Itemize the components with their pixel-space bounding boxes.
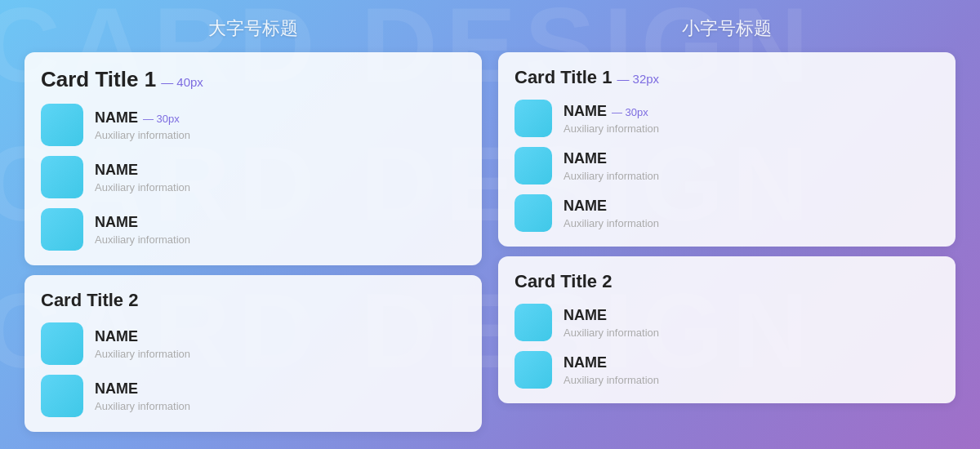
- left-card-2-title-text: Card Title 2: [41, 290, 138, 311]
- avatar-l1-1: [41, 104, 83, 146]
- avatar-l2-2: [41, 375, 83, 417]
- avatar-l1-2: [41, 156, 83, 198]
- item-name-r1-3: NAME: [564, 198, 659, 215]
- right-card-2: Card Title 2 NAME Auxiliary information …: [498, 256, 956, 403]
- item-name-text-r1-3: NAME: [564, 198, 607, 215]
- item-aux-r2-2: Auxiliary information: [564, 374, 659, 386]
- left-card-2-item-2: NAME Auxiliary information: [41, 375, 466, 417]
- item-info-l1-3: NAME Auxiliary information: [95, 214, 190, 246]
- item-info-r2-2: NAME Auxiliary information: [564, 354, 659, 386]
- item-name-r2-1: NAME: [564, 307, 659, 324]
- right-card-1-title: Card Title 1 — 32px: [514, 67, 939, 88]
- avatar-l1-3: [41, 208, 83, 251]
- item-info-l1-1: NAME — 30px Auxiliary information: [95, 109, 190, 141]
- left-card-1-item-3: NAME Auxiliary information: [41, 208, 466, 251]
- item-info-r2-1: NAME Auxiliary information: [564, 307, 659, 339]
- item-name-text-r2-2: NAME: [564, 354, 607, 371]
- avatar-l2-1: [41, 322, 83, 365]
- item-info-r1-1: NAME — 30px Auxiliary information: [564, 103, 659, 135]
- item-aux-r2-1: Auxiliary information: [564, 327, 659, 339]
- avatar-r1-1: [514, 100, 552, 137]
- avatar-r1-3: [514, 194, 552, 232]
- left-card-1-item-1: NAME — 30px Auxiliary information: [41, 104, 466, 146]
- item-name-l1-3: NAME: [95, 214, 190, 231]
- item-aux-l1-3: Auxiliary information: [95, 233, 190, 246]
- item-aux-l1-2: Auxiliary information: [95, 181, 190, 193]
- left-column: 大字号标题 Card Title 1 — 40px NAME — 30px Au…: [24, 16, 482, 433]
- left-card-1-item-2: NAME Auxiliary information: [41, 156, 466, 198]
- right-column-title: 小字号标题: [682, 16, 772, 41]
- right-card-1: Card Title 1 — 32px NAME — 30px Auxiliar…: [498, 52, 956, 247]
- avatar-r2-2: [514, 351, 552, 389]
- item-name-text-r1-2: NAME: [564, 150, 607, 167]
- left-card-2: Card Title 2 NAME Auxiliary information …: [24, 275, 482, 432]
- item-name-l1-1: NAME — 30px: [95, 109, 190, 127]
- item-name-size-r1-1: — 30px: [612, 106, 648, 118]
- item-aux-r1-2: Auxiliary information: [564, 170, 659, 182]
- item-name-text-l1-3: NAME: [95, 214, 138, 231]
- right-card-1-item-1: NAME — 30px Auxiliary information: [514, 100, 939, 137]
- item-aux-r1-3: Auxiliary information: [564, 217, 659, 229]
- left-card-1-title: Card Title 1 — 40px: [41, 67, 466, 92]
- item-name-text-l1-2: NAME: [95, 162, 138, 179]
- item-info-l2-1: NAME Auxiliary information: [95, 328, 190, 360]
- left-card-2-title: Card Title 2: [41, 290, 466, 311]
- right-card-2-title: Card Title 2: [514, 271, 939, 292]
- right-card-1-title-text: Card Title 1: [514, 67, 612, 88]
- right-card-1-item-2: NAME Auxiliary information: [514, 147, 939, 184]
- right-card-1-title-size: — 32px: [617, 72, 659, 86]
- item-name-text-r1-1: NAME: [564, 103, 607, 120]
- item-info-l1-2: NAME Auxiliary information: [95, 162, 190, 193]
- left-card-2-item-1: NAME Auxiliary information: [41, 322, 466, 365]
- item-name-text-l2-1: NAME: [95, 328, 138, 345]
- item-info-r1-2: NAME Auxiliary information: [564, 150, 659, 182]
- item-aux-l2-1: Auxiliary information: [95, 348, 190, 360]
- item-name-l2-2: NAME: [95, 380, 190, 398]
- left-card-1: Card Title 1 — 40px NAME — 30px Auxiliar…: [24, 52, 482, 265]
- item-name-text-r2-1: NAME: [564, 307, 607, 324]
- item-name-r1-2: NAME: [564, 150, 659, 167]
- item-name-text-l1-1: NAME: [95, 109, 138, 127]
- item-name-size-l1-1: — 30px: [143, 113, 180, 125]
- item-name-r2-2: NAME: [564, 354, 659, 371]
- avatar-r1-2: [514, 147, 552, 184]
- item-name-text-l2-2: NAME: [95, 380, 138, 398]
- item-name-r1-1: NAME — 30px: [564, 103, 659, 120]
- right-card-2-item-2: NAME Auxiliary information: [514, 351, 939, 389]
- item-name-l1-2: NAME: [95, 162, 190, 179]
- item-name-l2-1: NAME: [95, 328, 190, 345]
- left-card-1-title-size: — 40px: [161, 75, 203, 89]
- item-info-r1-3: NAME Auxiliary information: [564, 198, 659, 229]
- right-card-2-title-text: Card Title 2: [514, 271, 612, 292]
- main-layout: 大字号标题 Card Title 1 — 40px NAME — 30px Au…: [0, 0, 980, 449]
- left-card-1-title-text: Card Title 1: [41, 67, 156, 92]
- item-aux-l1-1: Auxiliary information: [95, 129, 190, 141]
- item-info-l2-2: NAME Auxiliary information: [95, 380, 190, 412]
- left-column-title: 大字号标题: [208, 16, 298, 41]
- avatar-r2-1: [514, 304, 552, 341]
- right-card-1-item-3: NAME Auxiliary information: [514, 194, 939, 232]
- item-aux-r1-1: Auxiliary information: [564, 122, 659, 135]
- right-column: 小字号标题 Card Title 1 — 32px NAME — 30px Au…: [498, 16, 956, 433]
- item-aux-l2-2: Auxiliary information: [95, 400, 190, 412]
- right-card-2-item-1: NAME Auxiliary information: [514, 304, 939, 341]
